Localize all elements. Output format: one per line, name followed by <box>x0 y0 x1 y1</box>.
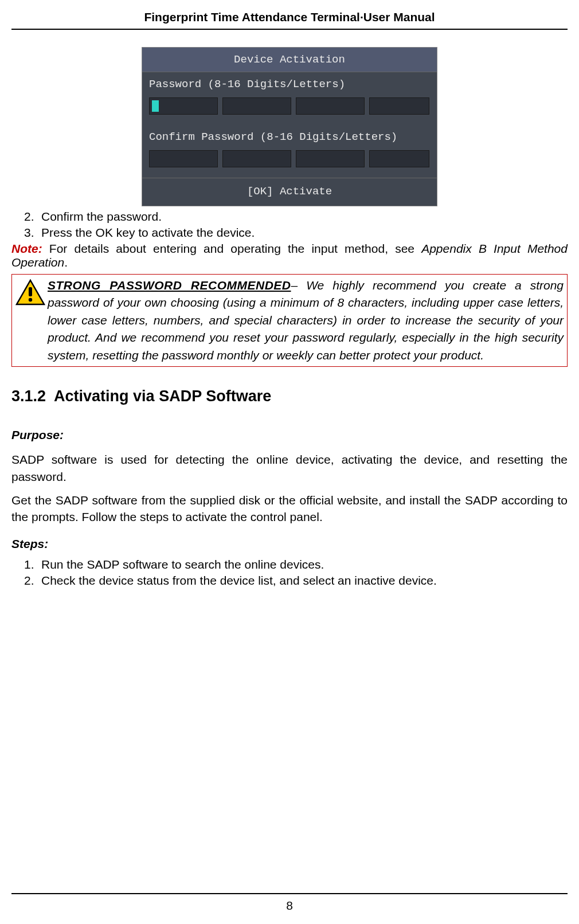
text-cursor <box>152 100 159 112</box>
password-input-row <box>149 95 430 117</box>
svg-point-2 <box>29 298 32 302</box>
ok-activate-label: [OK] Activate <box>247 185 332 198</box>
list-number: 1. <box>24 558 41 571</box>
warning-dash: – <box>291 279 307 292</box>
section-title: Activating via SADP Software <box>54 387 271 405</box>
device-activation-screenshot: Device Activation Password (8-16 Digits/… <box>142 47 437 206</box>
page-footer: 8 <box>11 893 568 913</box>
note-text: For details about entering and operating… <box>42 242 422 255</box>
confirm-input-segment <box>149 150 218 167</box>
device-password-section: Password (8-16 Digits/Letters) <box>142 72 437 125</box>
list-item: 2. Check the device status from the devi… <box>11 573 568 589</box>
list-number: 2. <box>24 210 41 224</box>
list-text: Confirm the password. <box>41 210 162 224</box>
password-input-segment <box>149 97 218 115</box>
device-title-bar: Device Activation <box>142 48 437 72</box>
confirm-input-segment <box>296 150 365 167</box>
header-title: Fingerprint Time Attendance Terminal·Use… <box>144 10 435 24</box>
list-text: Check the device status from the device … <box>41 574 437 588</box>
section-number: 3.1.2 <box>11 387 46 405</box>
confirm-input-segment <box>369 150 429 167</box>
warning-box: STRONG PASSWORD RECOMMENDED– We highly r… <box>11 274 568 367</box>
list-text: Run the SADP software to search the onli… <box>41 558 324 571</box>
note-text-after: . <box>64 256 68 269</box>
device-confirm-section: Confirm Password (8-16 Digits/Letters) <box>142 125 437 178</box>
section-heading: 3.1.2 Activating via SADP Software <box>11 377 568 420</box>
password-input-segment <box>296 97 365 115</box>
body-paragraph: SADP software is used for detecting the … <box>11 448 568 488</box>
list-item: 3. Press the OK key to activate the devi… <box>11 225 568 241</box>
warning-title: STRONG PASSWORD RECOMMENDED <box>48 279 291 292</box>
confirm-label: Confirm Password (8-16 Digits/Letters) <box>149 128 430 148</box>
list-item: 2. Confirm the password. <box>11 209 568 225</box>
warning-content: STRONG PASSWORD RECOMMENDED– We highly r… <box>48 277 564 364</box>
confirm-input-row <box>149 148 430 170</box>
body-paragraph: Get the SADP software from the supplied … <box>11 488 568 529</box>
note-paragraph: Note: For details about entering and ope… <box>11 241 568 271</box>
purpose-heading: Purpose: <box>11 420 568 448</box>
password-input-segment <box>222 97 291 115</box>
warning-triangle-icon <box>15 277 48 364</box>
password-label: Password (8-16 Digits/Letters) <box>149 76 430 95</box>
list-number: 2. <box>24 574 41 588</box>
password-input-segment <box>369 97 429 115</box>
confirm-input-segment <box>222 150 291 167</box>
device-title: Device Activation <box>234 53 345 66</box>
list-text: Press the OK key to activate the device. <box>41 226 255 240</box>
device-footer: [OK] Activate <box>142 178 437 206</box>
svg-rect-1 <box>29 287 32 296</box>
list-number: 3. <box>24 226 41 240</box>
steps-heading: Steps: <box>11 529 568 557</box>
page-number: 8 <box>286 899 293 912</box>
page-header: Fingerprint Time Attendance Terminal·Use… <box>11 0 568 30</box>
list-item: 1. Run the SADP software to search the o… <box>11 557 568 573</box>
note-label: Note: <box>11 242 42 255</box>
